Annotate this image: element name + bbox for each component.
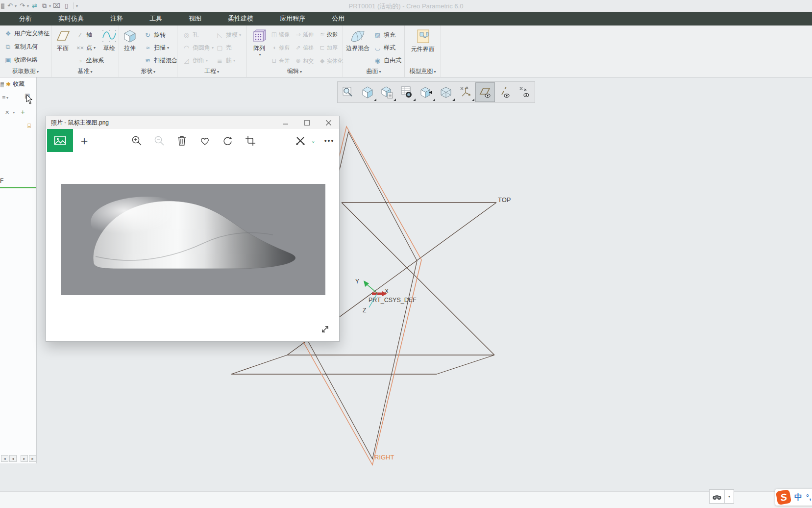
zoom-out-button[interactable]	[154, 135, 165, 146]
tree-scroll-left-end-button[interactable]: ◂	[1, 455, 8, 462]
plane-button[interactable]: 平面	[51, 27, 74, 67]
tab-live-simulation[interactable]: 实时仿真	[45, 12, 97, 25]
group-label-get-data[interactable]: 获取数据	[0, 67, 51, 76]
photos-app-button[interactable]	[47, 129, 73, 152]
zoom-in-button[interactable]	[131, 135, 142, 146]
thicken-button[interactable]: ⊏加厚	[318, 41, 342, 54]
tab-view[interactable]: 视图	[175, 12, 215, 25]
plane-display-button[interactable]	[475, 82, 495, 102]
trim-button[interactable]: ◖修剪	[270, 41, 294, 54]
shrinkwrap-button[interactable]: ▣收缩包络	[2, 53, 51, 67]
tree-scroll-left-button[interactable]: ◂	[9, 455, 17, 462]
refit-button[interactable]	[338, 82, 358, 102]
revolve-button[interactable]: ↻旋转	[142, 28, 179, 41]
sogou-logo[interactable]: S	[776, 489, 791, 505]
offset-button[interactable]: ⇗偏移	[294, 41, 318, 54]
style-button[interactable]: ◡样式	[371, 41, 403, 54]
maximize-button[interactable]	[296, 116, 318, 129]
display-style-button[interactable]	[436, 82, 456, 102]
swept-blend-button[interactable]: ≋扫描混合	[142, 54, 179, 67]
mirror-button[interactable]: ◫镜像	[270, 28, 294, 41]
favorites-label[interactable]: 收藏	[13, 80, 25, 88]
hole-button[interactable]: ◎孔	[180, 28, 214, 41]
shell-button[interactable]: ▢壳	[214, 41, 243, 54]
crop-button[interactable]	[245, 135, 256, 146]
find-button[interactable]	[710, 490, 724, 503]
copy-geometry-button[interactable]: ⧉复制几何	[2, 40, 51, 53]
point-display-button[interactable]	[515, 82, 534, 102]
sketch-button[interactable]: 草绘	[99, 27, 119, 67]
sweep-dropdown-icon[interactable]: ▾	[167, 46, 169, 50]
datum-display-button[interactable]	[456, 82, 475, 102]
merge-button[interactable]: ⊔合并	[270, 54, 294, 67]
axis-display-button[interactable]	[495, 82, 515, 102]
tab-analysis[interactable]: 分析	[6, 12, 45, 25]
see-more-button[interactable]: •••	[324, 137, 335, 145]
udf-button[interactable]: ❖用户定义特征	[2, 27, 51, 40]
edit-dropdown-icon[interactable]: ⌄	[311, 137, 315, 144]
top-plane-label[interactable]: TOP	[498, 196, 511, 203]
close-button[interactable]	[318, 116, 339, 129]
minimize-button[interactable]	[274, 116, 296, 129]
tree-add-icon[interactable]: ＋	[19, 108, 26, 117]
point-dropdown-icon[interactable]: ▾	[94, 46, 96, 50]
chamfer-button[interactable]: ◿倒角▾	[180, 54, 214, 67]
group-label-editing[interactable]: 编辑	[246, 67, 343, 76]
extend-button[interactable]: ⇒延伸	[294, 28, 318, 41]
intersect-button[interactable]: ⊗相交	[294, 54, 318, 67]
tab-applications[interactable]: 应用程序	[267, 12, 319, 25]
group-label-engineering[interactable]: 工程	[177, 67, 246, 76]
ime-punctuation-toggle[interactable]: °,	[806, 493, 812, 501]
tree-item-partial[interactable]: F	[0, 178, 3, 184]
find-dropdown-icon[interactable]: ▾	[724, 490, 734, 503]
view-manager-button[interactable]	[397, 82, 417, 102]
axis-button[interactable]: ∕轴	[74, 28, 99, 41]
ime-language-toggle[interactable]: 中	[794, 492, 802, 503]
group-label-shapes[interactable]: 形状	[119, 67, 177, 76]
delete-button[interactable]	[177, 135, 187, 146]
saved-views-button[interactable]	[377, 82, 397, 102]
add-button[interactable]: ＋	[78, 133, 90, 149]
right-plane-label[interactable]: RIGHT	[374, 454, 394, 461]
rib-button[interactable]: ≣筋▾	[214, 54, 243, 67]
favorites-star-icon[interactable]: ✱	[6, 81, 11, 88]
tree-dropdown-icon[interactable]: ▾	[13, 110, 15, 115]
tree-close-icon[interactable]: ✕	[5, 109, 9, 116]
round-button[interactable]: ◠倒圆角▾	[180, 41, 214, 54]
tab-tools[interactable]: 工具	[136, 12, 175, 25]
extrude-button[interactable]: 拉伸	[119, 27, 141, 67]
freestyle-button[interactable]: ◉自由式	[371, 54, 403, 67]
component-interface-button[interactable]: 元件界面	[407, 27, 439, 67]
project-button[interactable]: ≃投影	[318, 28, 342, 41]
tree-settings-dropdown-icon[interactable]: ▾	[6, 96, 8, 100]
tree-scroll-right-button[interactable]: ▸	[21, 455, 28, 462]
group-label-datum[interactable]: 基准	[51, 67, 119, 76]
group-label-model-intent[interactable]: 模型意图	[405, 67, 441, 76]
csys-button[interactable]: ⟓坐标系	[74, 54, 99, 67]
draft-button[interactable]: ◺拔模▾	[214, 28, 243, 41]
boundary-blend-button[interactable]: 边界混合	[344, 27, 371, 67]
fill-button[interactable]: ▨填充	[371, 28, 403, 41]
fullscreen-resize-button[interactable]	[321, 325, 329, 335]
point-button[interactable]: ××点▾	[74, 41, 99, 54]
tab-common[interactable]: 公用	[319, 12, 358, 25]
solidify-button[interactable]: ◆实体化	[318, 54, 342, 67]
mouse-photo[interactable]	[61, 184, 325, 295]
pattern-dropdown-icon[interactable]: ▾	[259, 52, 261, 57]
tree-settings-icon[interactable]: ≡	[2, 94, 5, 101]
pattern-button[interactable]: 阵列 ▾	[248, 27, 270, 67]
favorite-button[interactable]	[199, 136, 210, 146]
csys-name-label[interactable]: PRT_CSYS_DEF	[369, 297, 417, 304]
group-label-surfaces[interactable]: 曲面	[343, 67, 404, 76]
section-button[interactable]	[417, 82, 436, 102]
tab-annotate[interactable]: 注释	[97, 12, 136, 25]
photo-title-bar[interactable]: 照片 - 鼠标主视图.png	[46, 116, 339, 129]
standard-view-button[interactable]	[358, 82, 377, 102]
tree-scroll-right-end-button[interactable]: ▸	[29, 455, 36, 462]
tree-tab-icon[interactable]: ▦	[0, 81, 4, 88]
edit-create-button[interactable]	[295, 135, 306, 146]
tab-flexible-modeling[interactable]: 柔性建模	[215, 12, 267, 25]
sweep-button[interactable]: ≈扫描▾	[142, 41, 179, 54]
rotate-button[interactable]	[222, 135, 233, 146]
doc-partial-icon[interactable]: ⌸	[27, 123, 31, 129]
